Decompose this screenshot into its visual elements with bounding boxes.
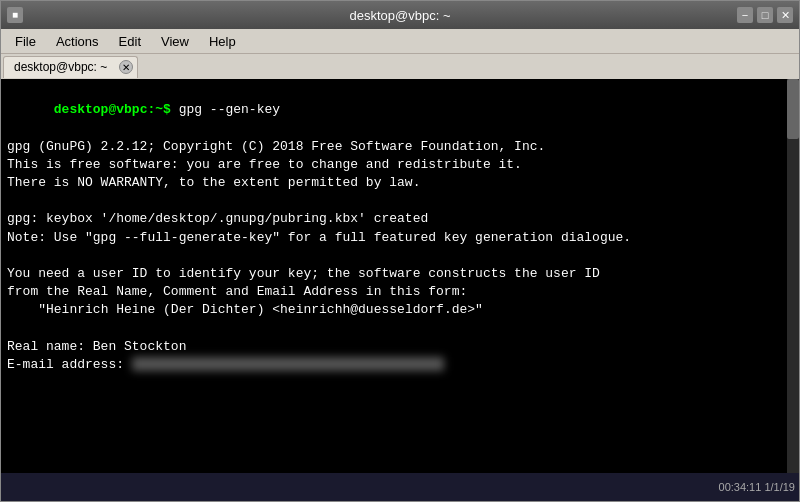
terminal-line-4: There is NO WARRANTY, to the extent perm… xyxy=(7,174,793,192)
menu-edit[interactable]: Edit xyxy=(109,32,151,51)
title-bar-left: ■ xyxy=(7,7,23,23)
tab-close-button[interactable]: ✕ xyxy=(119,60,133,74)
command-1: gpg --gen-key xyxy=(171,102,280,117)
scrollbar-thumb[interactable] xyxy=(787,79,799,139)
terminal-window: ■ desktop@vbpc: ~ − □ ✕ File Actions Edi… xyxy=(0,0,800,502)
terminal-line-13: Real name: Ben Stockton xyxy=(7,338,793,356)
menu-view[interactable]: View xyxy=(151,32,199,51)
terminal-line-2: gpg (GnuPG) 2.2.12; Copyright (C) 2018 F… xyxy=(7,138,793,156)
window-icon: ■ xyxy=(7,7,23,23)
window-title: desktop@vbpc: ~ xyxy=(349,8,450,23)
terminal-line-5 xyxy=(7,192,793,210)
terminal-line-1: desktop@vbpc:~$ gpg --gen-key xyxy=(7,83,793,138)
maximize-button[interactable]: □ xyxy=(757,7,773,23)
terminal-line-12 xyxy=(7,319,793,337)
terminal-line-3: This is free software: you are free to c… xyxy=(7,156,793,174)
prompt-1: desktop@vbpc:~$ xyxy=(54,102,171,117)
terminal-line-6: gpg: keybox '/home/desktop/.gnupg/pubrin… xyxy=(7,210,793,228)
terminal-line-10: from the Real Name, Comment and Email Ad… xyxy=(7,283,793,301)
scrollbar[interactable] xyxy=(787,79,799,473)
terminal-line-9: You need a user ID to identify your key;… xyxy=(7,265,793,283)
menu-file[interactable]: File xyxy=(5,32,46,51)
email-blurred xyxy=(132,357,444,371)
tab-label: desktop@vbpc: ~ xyxy=(14,60,107,74)
minimize-button[interactable]: − xyxy=(737,7,753,23)
taskbar-clock: 00:34:11 1/1/19 xyxy=(719,481,795,493)
tab-bar: desktop@vbpc: ~ ✕ xyxy=(1,53,799,79)
terminal-line-11: "Heinrich Heine (Der Dichter) <heinrichh… xyxy=(7,301,793,319)
menu-help[interactable]: Help xyxy=(199,32,246,51)
terminal-line-7: Note: Use "gpg --full-generate-key" for … xyxy=(7,229,793,247)
terminal-line-8 xyxy=(7,247,793,265)
menu-bar: File Actions Edit View Help xyxy=(1,29,799,53)
taskbar: 00:34:11 1/1/19 xyxy=(1,473,799,501)
close-button[interactable]: ✕ xyxy=(777,7,793,23)
menu-actions[interactable]: Actions xyxy=(46,32,109,51)
terminal-line-14: E-mail address: xyxy=(7,356,793,374)
terminal-area[interactable]: desktop@vbpc:~$ gpg --gen-key gpg (GnuPG… xyxy=(1,79,799,473)
terminal-tab[interactable]: desktop@vbpc: ~ ✕ xyxy=(3,56,138,78)
title-bar-controls: − □ ✕ xyxy=(737,7,793,23)
title-bar: ■ desktop@vbpc: ~ − □ ✕ xyxy=(1,1,799,29)
